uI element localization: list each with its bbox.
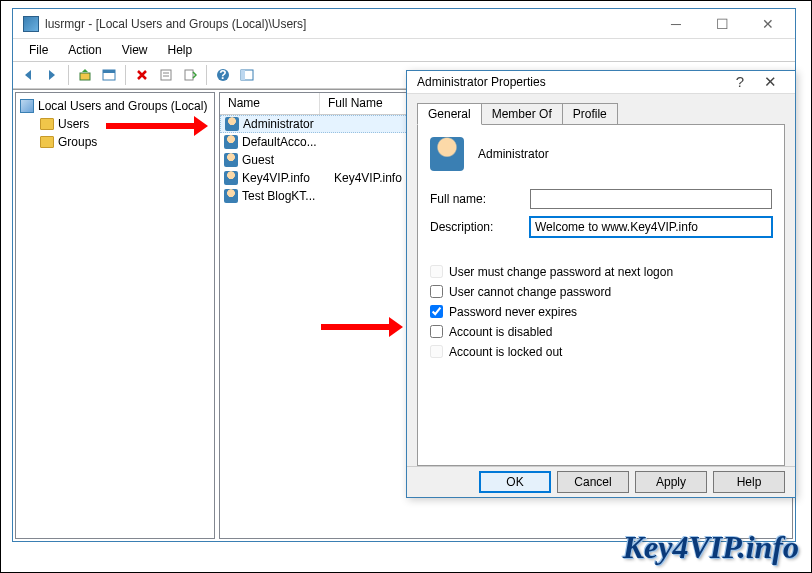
dialog-buttons: OK Cancel Apply Help [407, 466, 795, 497]
fullname-input[interactable] [530, 189, 772, 209]
tab-general[interactable]: General [417, 103, 482, 125]
check-neverexpires[interactable]: Password never expires [430, 305, 772, 319]
apply-button[interactable]: Apply [635, 471, 707, 493]
check-cannotchange[interactable]: User cannot change password [430, 285, 772, 299]
ok-button[interactable]: OK [479, 471, 551, 493]
annotation-arrow [106, 119, 196, 133]
close-button[interactable]: ✕ [745, 10, 791, 38]
svg-rect-10 [241, 70, 245, 80]
column-name[interactable]: Name [220, 93, 320, 114]
menu-help[interactable]: Help [160, 41, 201, 59]
svg-rect-3 [161, 70, 171, 80]
view-button[interactable] [236, 64, 258, 86]
menu-action[interactable]: Action [60, 41, 109, 59]
column-fullname[interactable]: Full Name [320, 93, 410, 114]
svg-rect-2 [103, 70, 115, 73]
help-button[interactable]: ? [212, 64, 234, 86]
maximize-button[interactable]: ☐ [699, 10, 745, 38]
window-title: lusrmgr - [Local Users and Groups (Local… [45, 17, 653, 31]
svg-rect-6 [185, 70, 193, 80]
show-hide-button[interactable] [98, 64, 120, 86]
computer-icon [20, 99, 34, 113]
tree-root[interactable]: Local Users and Groups (Local) [20, 97, 210, 115]
user-icon [225, 117, 239, 131]
forward-button[interactable] [41, 64, 63, 86]
dialog-titlebar: Administrator Properties ? ✕ [407, 71, 795, 94]
description-label: Description: [430, 220, 530, 234]
menubar: File Action View Help [13, 39, 795, 61]
tab-pane-general: Administrator Full name: Description: Us… [417, 124, 785, 466]
dialog-help-button[interactable]: ? [725, 73, 755, 90]
properties-dialog: Administrator Properties ? ✕ General Mem… [406, 70, 796, 498]
folder-icon [40, 136, 54, 148]
check-mustchange: User must change password at next logon [430, 265, 772, 279]
properties-button[interactable] [155, 64, 177, 86]
check-disabled[interactable]: Account is disabled [430, 325, 772, 339]
menu-file[interactable]: File [21, 41, 56, 59]
description-input[interactable] [530, 217, 772, 237]
watermark: Key4VIP.info [623, 529, 799, 566]
svg-text:?: ? [219, 68, 226, 82]
up-button[interactable] [74, 64, 96, 86]
delete-button[interactable] [131, 64, 153, 86]
tab-profile[interactable]: Profile [562, 103, 618, 125]
back-button[interactable] [17, 64, 39, 86]
user-icon [224, 171, 238, 185]
username-label: Administrator [478, 147, 549, 161]
titlebar: lusrmgr - [Local Users and Groups (Local… [13, 9, 795, 39]
fullname-label: Full name: [430, 192, 530, 206]
user-icon [224, 135, 238, 149]
tree-item-groups[interactable]: Groups [20, 133, 210, 151]
user-large-icon [430, 137, 464, 171]
help-button[interactable]: Help [713, 471, 785, 493]
dialog-close-button[interactable]: ✕ [755, 73, 785, 91]
cancel-button[interactable]: Cancel [557, 471, 629, 493]
tree-pane[interactable]: Local Users and Groups (Local) Users Gro… [15, 92, 215, 539]
user-icon [224, 153, 238, 167]
annotation-arrow [321, 320, 391, 334]
dialog-tabs: General Member Of Profile [417, 103, 785, 125]
app-icon [23, 16, 39, 32]
tab-memberof[interactable]: Member Of [481, 103, 563, 125]
export-button[interactable] [179, 64, 201, 86]
check-lockedout: Account is locked out [430, 345, 772, 359]
svg-rect-0 [80, 73, 90, 80]
folder-icon [40, 118, 54, 130]
dialog-title: Administrator Properties [417, 75, 725, 89]
menu-view[interactable]: View [114, 41, 156, 59]
user-icon [224, 189, 238, 203]
minimize-button[interactable]: ─ [653, 10, 699, 38]
